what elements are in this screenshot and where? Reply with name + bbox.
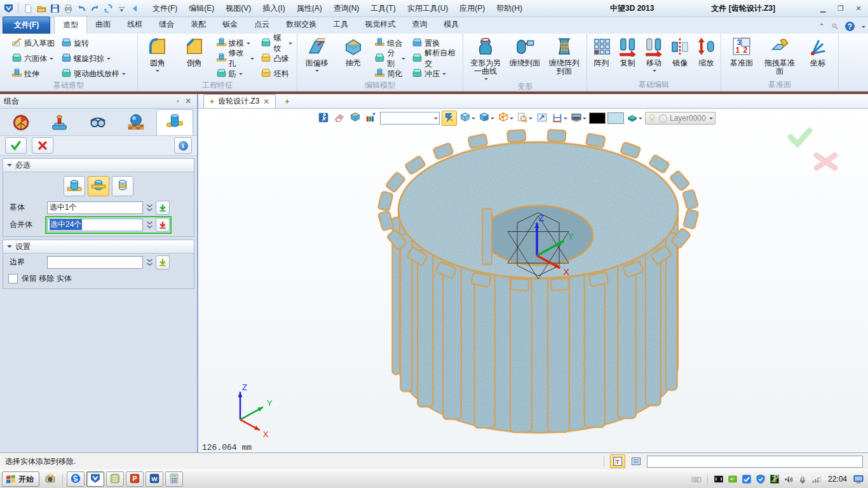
- open-file-icon[interactable]: [36, 3, 47, 14]
- tray-power-icon[interactable]: [797, 474, 808, 484]
- save-icon[interactable]: [49, 3, 60, 14]
- taskbar-zw3d-button[interactable]: [86, 471, 104, 487]
- ribbon-button-基准面[interactable]: 312基准面: [724, 35, 759, 67]
- ribbon-button-缠绕阵列到面[interactable]: 缠绕阵列到面: [546, 35, 583, 76]
- ribbon-tab-模具[interactable]: 模具: [435, 16, 467, 34]
- ribbon-button-复制[interactable]: 复制: [616, 35, 639, 67]
- menu-8[interactable]: 应用(P): [454, 1, 491, 17]
- boolean-op-remove-button[interactable]: [88, 176, 109, 196]
- help-icon[interactable]: ?: [845, 22, 855, 31]
- ribbon-button-面偏移[interactable]: 面偏移: [300, 35, 334, 74]
- boolean-op-intersect-button[interactable]: [112, 176, 133, 196]
- undo-icon[interactable]: [76, 3, 87, 14]
- field-input-边界[interactable]: [47, 256, 143, 269]
- expand-chevron-icon[interactable]: [144, 257, 154, 268]
- ribbon-tab-造型[interactable]: 造型: [54, 16, 87, 34]
- menu-4[interactable]: 属性(A): [291, 1, 328, 17]
- taskbar-powerpoint-button[interactable]: P: [126, 471, 144, 487]
- taskbar-calculator-button[interactable]: [165, 471, 183, 487]
- ribbon-tab-缝合[interactable]: 缝合: [151, 16, 182, 34]
- ribbon-tab-曲面[interactable]: 曲面: [87, 16, 119, 34]
- solid-display-button[interactable]: [626, 111, 643, 125]
- view-cube-button[interactable]: [459, 111, 476, 125]
- ribbon-button-凸缘[interactable]: 凸缘: [259, 51, 294, 65]
- ribbon-tab-点云[interactable]: 点云: [246, 16, 278, 34]
- ribbon-button-阵列[interactable]: 阵列: [590, 35, 613, 67]
- dropdown-arrow-icon[interactable]: [122, 73, 126, 77]
- dropdown-arrow-icon[interactable]: [402, 58, 405, 62]
- ribbon-button-冲压[interactable]: 冲压: [410, 67, 460, 81]
- pick-arrow-button-olive[interactable]: [156, 255, 170, 269]
- ribbon-button-筋[interactable]: 筋: [214, 67, 257, 81]
- edge-color-swatch[interactable]: [589, 112, 606, 124]
- graphics-viewport[interactable]: ZYXZYX + 齿轮设计.Z3 ✕ + Layer0000 126.064 m…: [198, 94, 868, 452]
- dropdown-arrow-icon[interactable]: [288, 43, 292, 46]
- keep-remove-checkbox[interactable]: [8, 274, 18, 283]
- tray-net-monitor-icon[interactable]: [770, 474, 780, 484]
- menu-5[interactable]: 查询(N): [328, 1, 365, 17]
- ribbon-button-解析自相交[interactable]: 解析自相交: [410, 51, 460, 65]
- ribbon-button-镜像[interactable]: 镜像: [668, 35, 692, 67]
- info-button[interactable]: i: [174, 137, 192, 154]
- align-measure-button[interactable]: [551, 111, 568, 125]
- taskbar-notepad-green-button[interactable]: [106, 471, 124, 487]
- ribbon-tab-工具[interactable]: 工具: [325, 16, 356, 34]
- taskbar-sogou-button[interactable]: [67, 471, 85, 487]
- ribbon-button-移动[interactable]: 移动: [642, 35, 665, 74]
- tray-nvidia-icon[interactable]: [728, 474, 738, 484]
- minimize-button[interactable]: ▁: [816, 3, 830, 14]
- dropdown-arrow-icon[interactable]: [247, 43, 250, 46]
- dynamic-section-button[interactable]: [348, 111, 362, 125]
- dropdown-arrow-icon[interactable]: [250, 58, 254, 62]
- start-button[interactable]: 开始: [2, 471, 39, 487]
- file-menu-button[interactable]: 文件(F): [3, 17, 50, 34]
- eraser-button[interactable]: [332, 111, 346, 125]
- view-list-combo[interactable]: [380, 112, 440, 125]
- menu-9[interactable]: 帮助(H): [491, 1, 528, 17]
- ribbon-tab-装配[interactable]: 装配: [182, 16, 214, 34]
- section-view-button[interactable]: [478, 111, 495, 125]
- required-section-header[interactable]: 必选: [3, 159, 194, 172]
- ribbon-button-缩放[interactable]: 缩放: [695, 35, 718, 67]
- taskbar-word-button[interactable]: W: [146, 471, 163, 487]
- menu-0[interactable]: 文件(F): [147, 1, 183, 17]
- pick-arrow-button-green[interactable]: [156, 201, 170, 215]
- dropdown-arrow-icon[interactable]: [529, 118, 532, 121]
- exit-walk-button[interactable]: [316, 111, 330, 125]
- dropdown-arrow-icon[interactable]: [156, 70, 159, 74]
- ribbon-button-圆角[interactable]: 圆角: [140, 35, 175, 74]
- ribbon-button-旋转[interactable]: 旋转: [59, 36, 128, 50]
- field-input-基体[interactable]: 选中1个: [47, 201, 143, 214]
- layer-combo[interactable]: Layer0000: [645, 112, 715, 125]
- ribbon-button-分割[interactable]: 分割: [372, 51, 407, 65]
- ribbon-button-坯料[interactable]: 坯料: [259, 67, 294, 81]
- panel-tab-visibility[interactable]: [80, 111, 116, 135]
- ribbon-tab-数据交换[interactable]: 数据交换: [278, 16, 325, 34]
- ribbon-button-修改孔[interactable]: 修改孔: [214, 51, 257, 65]
- dropdown-arrow-icon[interactable]: [491, 118, 494, 121]
- ribbon-button-坐标[interactable]: 坐标: [800, 35, 836, 67]
- window-fit-button[interactable]: [535, 111, 549, 125]
- dropdown-arrow-icon[interactable]: [107, 58, 111, 62]
- field-input-合并体[interactable]: 选中24个: [47, 219, 143, 231]
- tab-close-icon[interactable]: ✕: [263, 97, 269, 106]
- boolean-op-add-button[interactable]: [64, 176, 85, 196]
- ribbon-button-拖拽基准面[interactable]: 拖拽基准面: [762, 35, 797, 76]
- settings-section-header[interactable]: 设置: [3, 240, 194, 254]
- ribbon-tab-线框[interactable]: 线框: [119, 16, 151, 34]
- panel-close-icon[interactable]: ✕: [183, 97, 193, 105]
- pick-arrow-button-red[interactable]: [156, 218, 170, 232]
- shaded-view-button[interactable]: [442, 111, 457, 126]
- collapse-ribbon-icon[interactable]: ⌃: [818, 22, 825, 31]
- dropdown-arrow-icon[interactable]: [653, 70, 656, 74]
- ribbon-button-插入草图[interactable]: 插入草图: [10, 36, 57, 50]
- wireframe-display-button[interactable]: [497, 111, 514, 125]
- show-desktop-button[interactable]: [853, 474, 864, 484]
- ribbon-button-倒角[interactable]: 倒角: [177, 35, 212, 67]
- panel-tab-boolean[interactable]: [156, 109, 193, 135]
- model-scene[interactable]: ZYXZYX: [198, 94, 868, 452]
- ribbon-tab-钣金[interactable]: 钣金: [214, 16, 246, 34]
- panel-tab-input[interactable]: [42, 111, 78, 135]
- ribbon-tab-查询[interactable]: 查询: [403, 16, 435, 34]
- tray-volume-icon[interactable]: [783, 474, 794, 484]
